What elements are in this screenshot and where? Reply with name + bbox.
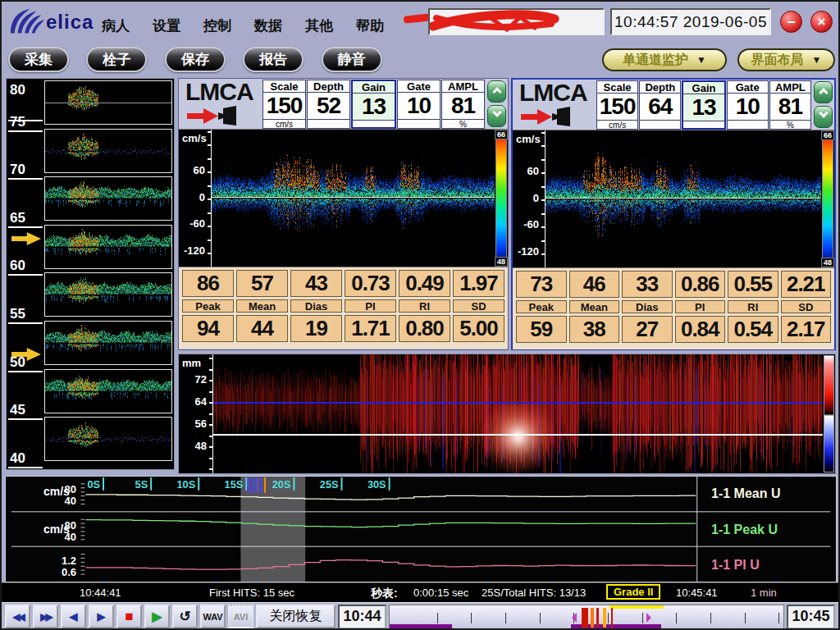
menu-control[interactable]: 控制 <box>203 16 231 35</box>
hits-event-marker <box>596 608 599 628</box>
table-cell: 0.86 <box>675 271 726 298</box>
save-button[interactable]: 保存 <box>165 47 226 72</box>
loop-replay-button[interactable]: ↺ <box>172 605 198 628</box>
depth-spectrum-thumbnail[interactable] <box>44 176 172 221</box>
status-bar: 10:44:41 First HITS: 15 sec 秒表: 0:00:15 … <box>2 582 838 602</box>
table-cell: 73 <box>516 271 567 298</box>
timeline-start-time: 10:44 <box>338 605 386 629</box>
timeline-tick <box>608 613 609 623</box>
depth-spectrum-thumbnail[interactable] <box>44 225 172 269</box>
param-ampl[interactable]: AMPL 81 % <box>441 80 485 129</box>
timeline-tick <box>778 613 779 623</box>
param-gate[interactable]: Gate 10 <box>727 80 769 130</box>
avi-export-button[interactable]: AVI <box>228 605 253 628</box>
acquire-button[interactable]: 采集 <box>8 47 69 72</box>
param-gain[interactable]: Gain 13 <box>682 80 725 130</box>
depth-spectrum-thumbnail[interactable] <box>44 272 172 317</box>
depth-scale-label: 55 <box>10 306 39 322</box>
table-header: PI <box>345 299 396 313</box>
param-depth[interactable]: Depth 52 <box>307 80 350 129</box>
vessel-label[interactable]: LMCA <box>185 79 262 105</box>
menu-patient[interactable]: 病人 <box>102 16 130 35</box>
param-increase-button[interactable] <box>814 81 833 103</box>
timeline-scrubber[interactable] <box>389 605 784 629</box>
menu-help[interactable]: 帮助 <box>356 16 384 35</box>
table-cell: 1.71 <box>345 315 396 342</box>
param-decrease-button[interactable] <box>487 105 506 127</box>
spectrogram-display <box>546 130 821 267</box>
rewind-button[interactable]: ◀◀ <box>5 605 30 628</box>
table-header: Dias <box>622 300 673 313</box>
close-button[interactable]: × <box>810 11 833 33</box>
depth-spectrum-thumbnail[interactable] <box>44 129 172 173</box>
probe-direction-icon <box>519 106 578 127</box>
table-cell: 5.00 <box>453 315 504 342</box>
play-button[interactable]: ▶ <box>144 605 170 628</box>
status-start-time: 10:44:41 <box>80 587 121 599</box>
system-clock: 10:44:57 2019-06-05 <box>610 8 771 35</box>
timeline-tick <box>676 613 677 623</box>
hits-event-marker <box>582 608 589 628</box>
emboli-button[interactable]: 栓子 <box>86 47 147 72</box>
menu-data[interactable]: 数据 <box>254 16 282 35</box>
param-gain[interactable]: Gain 13 <box>351 80 396 129</box>
wav-export-button[interactable]: WAV <box>200 605 226 628</box>
table-cell: 1.97 <box>453 270 504 297</box>
timeline-tick <box>471 613 472 623</box>
report-button[interactable]: 报告 <box>243 47 304 72</box>
menu-other[interactable]: 其他 <box>305 16 333 35</box>
menu-bar: 病人 设置 控制 数据 其他 帮助 <box>102 16 384 35</box>
depth-scale-divider <box>8 371 43 372</box>
layout-dropdown[interactable]: 界面布局 ▼ <box>737 48 835 71</box>
chevron-down-icon: ▼ <box>812 54 822 66</box>
param-decrease-button[interactable] <box>814 106 833 128</box>
param-gate[interactable]: Gate 10 <box>397 80 441 129</box>
table-header: Dias <box>290 299 342 313</box>
table-cell: 19 <box>290 315 342 342</box>
depth-spectrum-thumbnail[interactable] <box>44 369 172 413</box>
minimize-button[interactable]: − <box>780 11 802 33</box>
title-bar: elica 病人 设置 控制 数据 其他 帮助 10:44:57 2019-06… <box>2 2 838 41</box>
step-back-button[interactable]: ◀ <box>61 605 86 628</box>
timeline-in-marker[interactable] <box>572 613 577 623</box>
param-increase-button[interactable] <box>487 80 506 103</box>
spectrogram-display <box>212 130 495 267</box>
gate-depth-arrow-icon <box>11 232 41 245</box>
param-ampl[interactable]: AMPL 81 % <box>769 80 811 130</box>
mute-button[interactable]: 静音 <box>322 47 382 72</box>
param-depth[interactable]: Depth 64 <box>639 80 681 130</box>
spectrum-colorbar: 66 48 <box>821 130 834 267</box>
trend-legend-peak: 1-1 Peak U <box>711 523 778 537</box>
menu-settings[interactable]: 设置 <box>153 16 180 35</box>
hits-event-marker <box>591 608 594 628</box>
depth-spectrum-thumbnail[interactable] <box>44 321 172 365</box>
step-forward-button[interactable]: ▶ <box>89 605 114 628</box>
velocity-axis: cm/s 60 0 -60 -120 <box>179 130 212 267</box>
channel-panel-1: LMCA Scale 150 cm/s Depth 52 <box>178 78 509 350</box>
colorbar-gradient <box>822 131 833 267</box>
fast-forward-button[interactable]: ▶▶ <box>33 605 58 628</box>
record-stop-button[interactable]: ■ <box>116 605 142 628</box>
patient-name-field[interactable] <box>428 8 605 35</box>
param-scale[interactable]: Scale 150 cm/s <box>596 80 638 130</box>
table-cell: 2.21 <box>781 271 832 298</box>
vessel-label[interactable]: LMCA <box>519 80 596 106</box>
close-restore-button[interactable]: 关闭恢复 <box>256 605 336 628</box>
timeline-out-marker[interactable] <box>646 613 651 623</box>
status-first-hits: First HITS: 15 sec <box>209 587 294 599</box>
depth-spectrum-thumbnail[interactable] <box>44 417 172 461</box>
m-mode-display <box>213 354 823 473</box>
hits-event-marker <box>603 608 605 628</box>
doppler-spectrogram-1: cm/s 60 0 -60 -120 66 48 <box>179 129 508 267</box>
table-header: SD <box>453 299 504 313</box>
velocity-axis: cm/s 60 0 -60 -120 <box>513 130 546 267</box>
timeline-tick <box>745 613 746 623</box>
trend-legend-mean: 1-1 Mean U <box>711 486 780 501</box>
monitor-mode-dropdown[interactable]: 单通道监护 ▼ <box>602 48 727 71</box>
table-header: Mean <box>569 300 620 313</box>
param-scale[interactable]: Scale 150 cm/s <box>262 80 306 129</box>
measurements-table-1: 86 57 43 0.73 0.49 1.97 Peak Mean Dias P… <box>179 267 508 349</box>
depth-spectrum-thumbnail[interactable] <box>44 80 172 125</box>
m-mode-colorbar <box>823 354 835 473</box>
depth-scale-divider <box>8 274 43 276</box>
